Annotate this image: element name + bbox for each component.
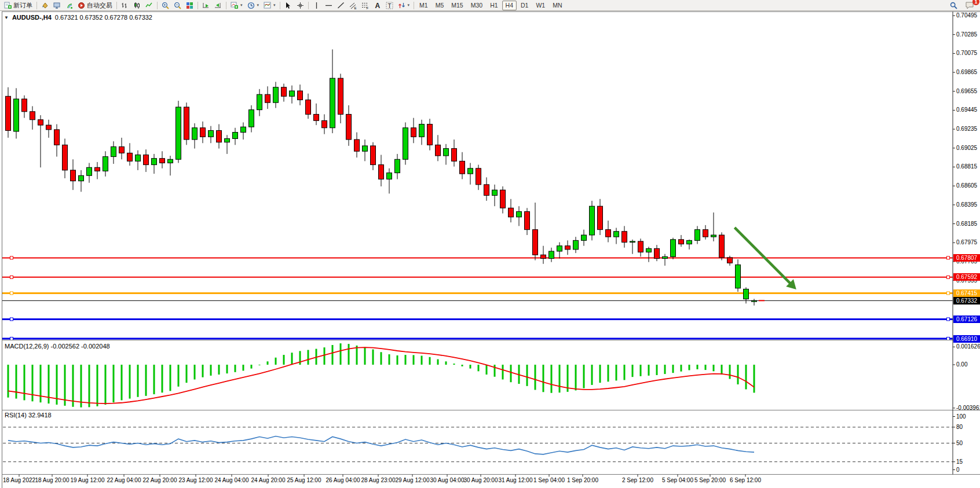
text-button[interactable]: A [371,0,383,11]
signals-button[interactable] [63,0,75,11]
cursor-button[interactable] [282,0,294,11]
candle-chart-button[interactable] [131,0,143,11]
toolbar-separator [116,2,117,9]
macd-histogram-bar [178,365,180,387]
macd-histogram-bar [754,365,755,392]
candle-body [598,206,603,229]
terminal-button[interactable] [51,0,63,11]
text-a-icon: A [374,2,381,9]
macd-histogram-bar [8,365,9,398]
search-button[interactable] [948,0,960,11]
paint-bucket-icon [41,2,49,9]
vertical-line-button[interactable] [310,0,323,11]
macd-histogram-bar [81,365,82,408]
resistance-line-1-handle [947,256,950,259]
macd-histogram-bar [462,365,463,366]
macd-histogram-bar [235,365,236,372]
timeframe-d1-button[interactable]: D1 [517,1,532,10]
svg-text:T: T [387,2,391,9]
fibonacci-button[interactable]: F [359,0,371,11]
macd-histogram-bar [121,365,123,400]
macd-histogram-bar [591,365,593,385]
styler-button[interactable] [39,0,51,11]
chart-title-dropdown-icon[interactable]: ▼ [4,15,9,20]
timeframe-m15-button[interactable]: M15 [448,1,466,10]
chart-shift-button[interactable] [212,0,224,11]
candle-body [452,149,457,162]
periods-button[interactable]: ▾ [245,0,262,11]
templates-button[interactable]: ▾ [261,0,278,11]
auto-trading-button[interactable]: 自动交易 [75,0,115,11]
zoom-out-button[interactable] [171,0,184,11]
candle-body [590,206,595,235]
price-tick-label: 0.70285 [956,31,977,38]
candle-body [444,149,449,156]
macd-histogram-bar [689,365,690,370]
horizontal-line-button[interactable] [323,0,335,11]
timeframe-m30-button[interactable]: M30 [467,1,486,10]
notifications-button[interactable]: 1 [963,0,977,11]
macd-histogram-bar [348,344,350,365]
macd-histogram-bar [640,365,642,376]
timeframe-w1-button[interactable]: W1 [532,1,548,10]
candle-body [22,99,27,112]
macd-histogram-bar [16,365,17,399]
equidistant-channel-button[interactable]: E [347,0,359,11]
hline-icon [325,2,332,9]
trendline-button[interactable] [335,0,347,11]
indicators-button[interactable]: ▾ [228,0,245,11]
macd-histogram-bar [721,365,723,375]
price-tick-label: 0.69445 [956,107,977,113]
timeframe-h4-button[interactable]: H4 [502,1,517,10]
macd-histogram-bar [664,365,666,374]
time-axis-label: 1 Sep 20:00 [561,477,605,483]
candle-body [695,230,700,241]
macd-histogram-bar [494,365,496,377]
tile-windows-button[interactable] [184,0,196,11]
timeframe-m5-button[interactable]: M5 [432,1,448,10]
macd-histogram-bar [583,365,585,388]
tile-windows-icon [186,2,193,9]
chart-canvas[interactable] [0,0,980,488]
crosshair-button[interactable] [294,0,306,11]
macd-label: MACD(12,26,9) -0.002562 -0.002048 [5,343,110,350]
candle-body [606,230,611,237]
bar-chart-button[interactable] [119,0,131,11]
auto-scroll-button[interactable] [200,0,212,11]
zoom-in-button[interactable] [159,0,171,11]
candle-body [38,120,43,125]
support-line-blue-1-handle [10,318,13,321]
price-tick-label: 0.68395 [956,201,977,208]
timeframe-h1-button[interactable]: H1 [487,1,501,10]
bid-price-line-price-label: 0.67332 [953,297,980,304]
toolbar-separator [280,2,280,9]
timeframe-mn-button[interactable]: MN [549,1,565,10]
text-label-button[interactable]: T [383,0,396,11]
candle-body [573,240,579,249]
macd-histogram-bar [97,365,98,406]
macd-histogram-bar [40,365,42,402]
candle-body [46,125,52,130]
candle-body [152,159,157,165]
auto-trading-button-label: 自动交易 [87,1,112,10]
candle-body [614,232,619,237]
candle-body [257,94,262,109]
candle-body [184,107,189,140]
resistance-line-1-price-label: 0.67807 [953,254,980,262]
toolbar-separator [226,2,226,9]
candle-body [160,159,165,163]
timeframe-m1-button[interactable]: M1 [416,1,432,10]
macd-histogram-bar [259,365,261,365]
candle-body [330,78,335,128]
macd-histogram-bar [153,365,155,394]
toolbar-buttons: 新订单自动交易▾▾▾EFAT▾ [2,0,416,11]
new-order-button-label: 新订单 [13,1,32,10]
new-order-button[interactable]: 新订单 [2,0,35,11]
candle-body [103,157,108,171]
macd-histogram-bar [186,365,188,383]
macd-histogram-bar [113,365,115,402]
arrows-button[interactable]: ▾ [396,0,412,11]
macd-histogram-bar [486,365,488,375]
line-chart-button[interactable] [143,0,155,11]
candle-body [14,99,19,131]
